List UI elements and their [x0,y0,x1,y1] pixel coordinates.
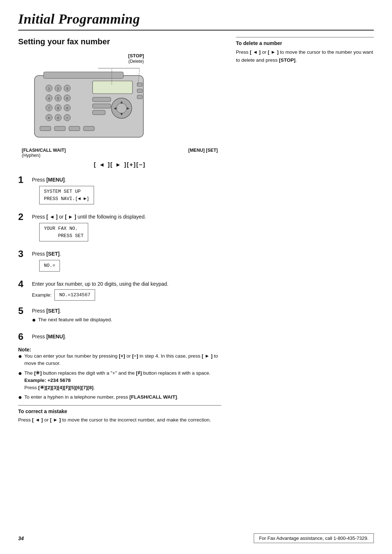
svg-text:♯: ♯ [66,116,68,120]
step-2-left-key: [ ◄ ] [46,214,58,220]
notes-section: Note: ● You can enter your fax number by… [18,347,221,402]
example-label: Example: [32,292,52,298]
step-2-content: Press [ ◄ ] or [ ► ] until the following… [32,212,221,244]
content-area: Setting your fax number [STOP] (Delete) [18,37,374,424]
step-6-menu-key: [MENU] [46,334,65,339]
note-3-text: To enter a hyphen in a telephone number,… [24,394,221,401]
step-4: 4 Enter your fax number, up to 20 digits… [18,279,221,301]
step-5-text: Press [SET]. [32,307,221,315]
step-2-number: 2 [18,212,28,222]
flash-call-wait-sub: (Hyphen) [22,153,40,158]
step-5-bullet-symbol: ● [32,316,36,324]
step-1-menu-key: [MENU] [46,177,65,183]
step-4-example-lcd: NO.=1234567 [54,289,95,301]
correct-mistake-rule [18,405,221,406]
svg-rect-37 [137,89,142,93]
svg-rect-38 [137,95,142,99]
svg-rect-28 [93,104,111,108]
svg-text:7: 7 [48,106,50,110]
note-1-bullet: ● [18,353,22,360]
step-1-lcd: SYSTEM SET UPPRESS NAVI.[◄ ►] [39,186,94,204]
step-3-lcd: NO.= [39,260,60,272]
stop-key-label: [STOP] [128,53,144,58]
delete-number-rule [236,37,374,37]
note-3: ● To enter a hyphen in a telephone numbe… [18,394,221,402]
svg-rect-39 [40,126,51,131]
svg-rect-29 [93,110,105,115]
step-6-content: Press [MENU]. [32,331,221,341]
title-divider [18,30,374,30]
step-5-bullet-text: The next feature will be displayed. [38,316,221,323]
step-5-set-key: [SET] [46,308,60,314]
step-1-text: Press [MENU]. [32,176,221,184]
step-1-number: 1 [18,175,28,185]
left-column: Setting your fax number [STOP] (Delete) [18,37,221,424]
svg-rect-40 [54,126,65,131]
step-2-text: Press [ ◄ ] or [ ► ] until the following… [32,213,221,221]
svg-rect-41 [69,126,80,131]
step-4-number: 4 [18,279,28,289]
step-6: 6 Press [MENU]. [18,331,221,342]
section-title: Setting your fax number [18,37,221,46]
step-5-number: 5 [18,306,28,316]
step-3-content: Press [SET]. NO.= [32,249,221,274]
delete-number-title: To delete a number [236,40,374,46]
svg-rect-2 [93,81,132,94]
note-2-text: The [✳] button replaces the digit with a… [24,370,221,392]
step-5: 5 Press [SET]. ● The next feature will b… [18,306,221,326]
step-4-text: Enter your fax number, up to 20 digits, … [32,280,221,288]
right-column: To delete a number Press [ ◄ ] or [ ► ] … [236,37,374,424]
stop-label: [STOP] (Delete) [51,53,221,64]
fax-svg: 1 2 3 4 5 6 7 8 [29,65,152,144]
step-6-text: Press [MENU]. [32,333,221,341]
svg-text:▲: ▲ [120,100,124,104]
correct-mistake-title: To correct a mistake [18,408,221,414]
correct-mistake-section: To correct a mistake Press [ ◄ ] or [ ► … [18,408,221,424]
fax-machine-diagram: 1 2 3 4 5 6 7 8 [29,65,152,146]
step-4-example-line: Example: NO.=1234567 [32,289,221,301]
svg-text:◄: ◄ [113,106,117,110]
label-menu-set: [MENU] [SET] [188,148,218,153]
delete-number-text: Press [ ◄ ] or [ ► ] to move the cursor … [236,48,374,64]
svg-rect-27 [93,97,111,102]
step-1-content: Press [MENU]. SYSTEM SET UPPRESS NAVI.[◄… [32,175,221,207]
svg-text:8: 8 [57,106,59,110]
svg-text:►: ► [126,106,130,110]
svg-rect-1 [44,72,123,78]
step-3: 3 Press [SET]. NO.= [18,249,221,274]
svg-text:2: 2 [57,87,59,90]
step-4-content: Enter your fax number, up to 20 digits, … [32,279,221,301]
note-2: ● The [✳] button replaces the digit with… [18,370,221,392]
nav-keys-label: [ ◄ ][ ► ][+][−] [18,162,221,168]
svg-text:0: 0 [57,116,59,120]
svg-text:6: 6 [66,97,68,100]
footer-text: For Fax Advantage assistance, call 1-800… [259,535,368,541]
flash-call-wait-key: [FLASH/CALL WAIT] [22,148,66,153]
step-6-number: 6 [18,331,28,342]
step-5-content: Press [SET]. ● The next feature will be … [32,306,221,326]
note-1-text: You can enter your fax number by pressin… [24,353,221,367]
delete-number-section: To delete a number Press [ ◄ ] or [ ► ] … [236,40,374,64]
step-2: 2 Press [ ◄ ] or [ ► ] until the followi… [18,212,221,244]
footer-assistance-note: For Fax Advantage assistance, call 1-800… [254,533,374,543]
step-2-lcd: YOUR FAX NO. PRESS SET [39,223,88,241]
correct-mistake-text: Press [ ◄ ] or [ ► ] to move the cursor … [18,416,221,424]
step-2-right-key: [ ► ] [65,214,76,220]
svg-text:3: 3 [66,87,68,90]
step-1: 1 Press [MENU]. SYSTEM SET UPPRESS NAVI.… [18,175,221,207]
device-diagram-area: [STOP] (Delete) 1 2 [18,53,221,168]
svg-text:5: 5 [57,97,59,100]
notes-title: Note: [18,347,221,353]
stop-key-sub: (Delete) [128,59,144,64]
step-3-set-key: [SET] [46,251,60,257]
page-footer: 34 For Fax Advantage assistance, call 1-… [18,533,374,543]
note-3-bullet: ● [18,394,22,402]
menu-set-keys: [MENU] [SET] [188,148,218,153]
svg-text:▼: ▼ [120,112,124,116]
diagram-labels: [FLASH/CALL WAIT] (Hyphen) [MENU] [SET] [18,148,221,158]
note-2-bullet: ● [18,370,22,378]
svg-text:1: 1 [48,87,50,90]
step-3-text: Press [SET]. [32,250,221,258]
page-title: Initial Programming [18,11,374,27]
svg-text:9: 9 [66,106,68,110]
